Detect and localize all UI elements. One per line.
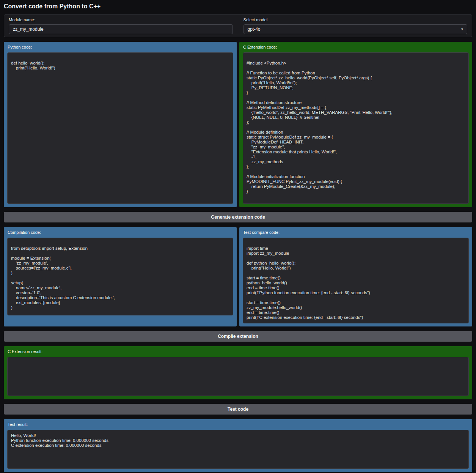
module-name-label: Module name:	[9, 17, 233, 22]
python-code-textarea[interactable]: def hello_world(): print("Hello, World!"…	[7, 52, 233, 204]
test-result-label: Test result:	[8, 422, 469, 427]
test-compare-code-textarea[interactable]: import time import zz_my_module def pyth…	[243, 238, 469, 323]
compilation-code-panel: Compilation code: from setuptools import…	[4, 227, 237, 326]
c-extension-code-textarea[interactable]: #include <Python.h> // Function to be ca…	[243, 52, 469, 204]
compile-extension-button[interactable]: Compile extension	[4, 331, 472, 342]
python-code-label: Python code:	[8, 45, 233, 50]
app-page: Convert code from Python to C++ Module n…	[0, 0, 476, 472]
chevron-down-icon: ▾	[461, 27, 463, 31]
model-select-label: Select model	[243, 17, 468, 22]
compilation-code-label: Compilation code:	[8, 230, 233, 235]
compilation-code-textarea[interactable]: from setuptools import setup, Extension …	[7, 238, 233, 315]
c-extension-code-panel: C Extension code: #include <Python.h> //…	[239, 42, 472, 207]
compile-panels-row: Compilation code: from setuptools import…	[4, 227, 472, 326]
module-name-input[interactable]	[9, 24, 233, 34]
model-select-group: Select model gpt-4o ▾	[243, 17, 468, 34]
model-selected-value: gpt-4o	[248, 27, 261, 32]
module-name-group: Module name:	[9, 17, 233, 34]
c-extension-result-output	[7, 357, 469, 396]
c-extension-code-label: C Extension code:	[243, 45, 469, 50]
python-code-panel: Python code: def hello_world(): print("H…	[4, 42, 237, 207]
code-panels-row: Python code: def hello_world(): print("H…	[4, 42, 472, 207]
generate-extension-code-button[interactable]: Generate extension code	[4, 212, 472, 222]
c-extension-result-label: C Extension result:	[8, 349, 469, 354]
page-title: Convert code from Python to C++	[4, 3, 472, 10]
c-extension-result-panel: C Extension result:	[4, 346, 472, 399]
model-select-dropdown[interactable]: gpt-4o ▾	[243, 24, 468, 34]
test-code-button[interactable]: Test code	[4, 404, 472, 415]
test-compare-code-label: Test compare code:	[243, 230, 469, 235]
test-result-panel: Test result: Hello, World! Python functi…	[4, 419, 472, 472]
config-panel: Module name: Select model gpt-4o ▾	[4, 14, 472, 37]
test-result-output: Hello, World! Python function execution …	[7, 430, 469, 469]
test-compare-code-panel: Test compare code: import time import zz…	[239, 227, 472, 326]
